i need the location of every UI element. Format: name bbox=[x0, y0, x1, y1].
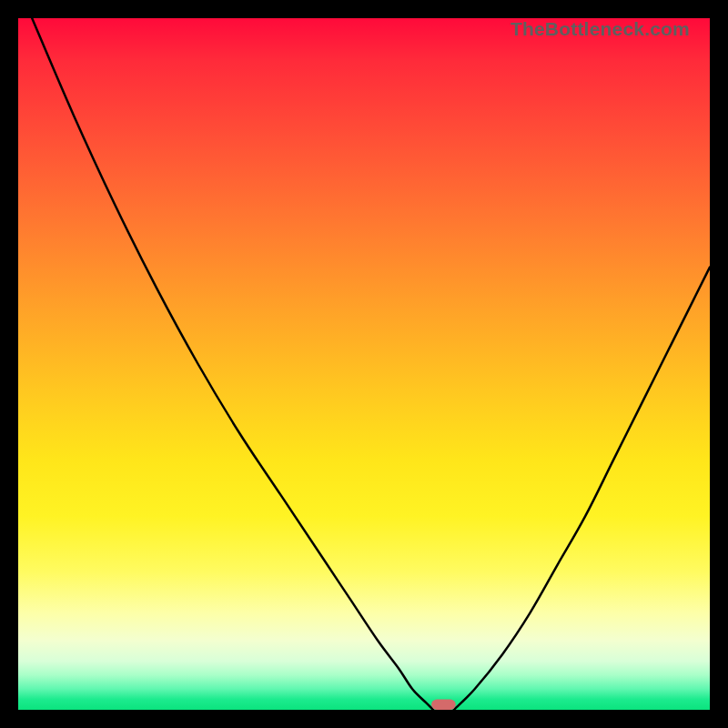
chart-frame: TheBottleneck.com bbox=[0, 0, 728, 728]
left-curve bbox=[32, 18, 433, 710]
minimum-marker bbox=[431, 700, 456, 710]
chart-svg bbox=[18, 18, 710, 710]
plot-area: TheBottleneck.com bbox=[18, 18, 710, 710]
right-curve bbox=[454, 268, 710, 710]
